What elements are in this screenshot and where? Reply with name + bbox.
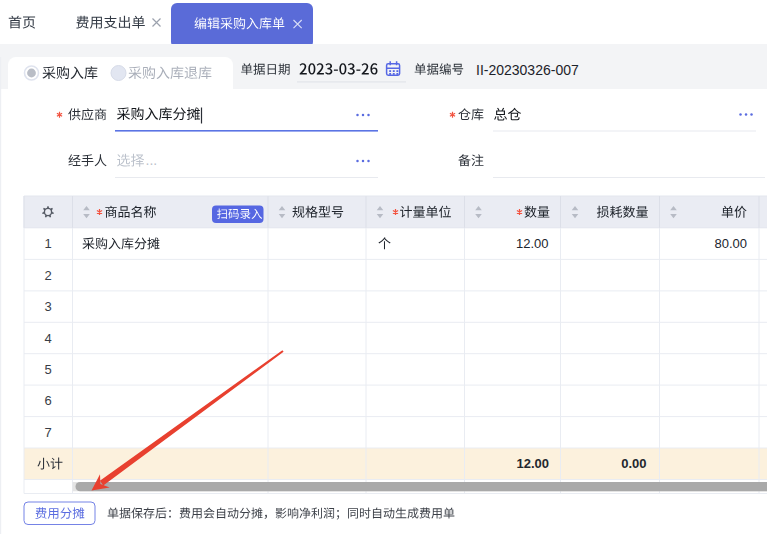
svg-text:12.00: 12.00 [516,456,549,471]
svg-text:2: 2 [44,268,51,283]
svg-text:0.00: 0.00 [621,456,646,471]
svg-text:1: 1 [44,236,51,251]
svg-text:3: 3 [44,299,51,314]
svg-text:II-20230326-007: II-20230326-007 [476,62,579,78]
svg-text:80.00: 80.00 [714,236,747,251]
svg-text:12.00: 12.00 [516,236,549,251]
svg-text:...: ... [146,152,158,168]
svg-text:5: 5 [44,362,51,377]
svg-text:6: 6 [44,393,51,408]
svg-text:7: 7 [44,425,51,440]
svg-text:4: 4 [44,331,51,346]
